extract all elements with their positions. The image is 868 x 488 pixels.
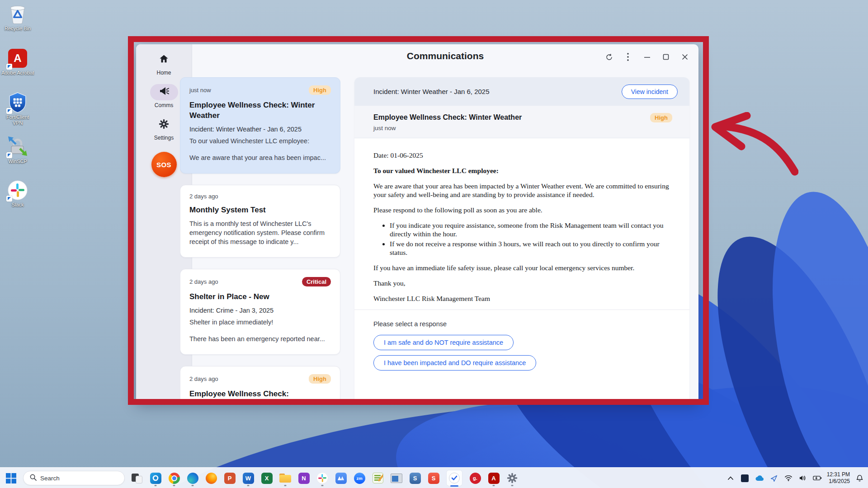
- sidebar-item-home[interactable]: Home: [150, 52, 178, 76]
- battery-icon[interactable]: [812, 469, 822, 487]
- body-date: Date: 01-06-2025: [373, 151, 670, 160]
- view-incident-button[interactable]: View incident: [622, 84, 678, 99]
- body-paragraph: If you have an immediate life safety iss…: [373, 263, 670, 272]
- edge-icon[interactable]: [186, 469, 199, 487]
- priority-badge: Critical: [302, 277, 331, 286]
- notification-card-winter-weather[interactable]: just now High Employee Wellness Check: W…: [180, 77, 340, 174]
- refresh-icon[interactable]: [603, 51, 615, 63]
- desktop-icon-label: WinSCP: [8, 159, 27, 164]
- snagit-icon[interactable]: S: [409, 469, 421, 487]
- body-salutation: To our valued Winchester LLC employee:: [373, 166, 670, 175]
- forticlient-shield-icon: [7, 92, 28, 113]
- comms-app-active-icon[interactable]: [446, 469, 463, 487]
- tray-clock[interactable]: 12:31 PM 1/6/2025: [827, 471, 850, 485]
- card-title: Employee Wellness Check: Earthquake: [189, 389, 331, 402]
- notification-card-monthly-test[interactable]: 2 days ago Monthly System Test This is a…: [180, 185, 340, 258]
- body-paragraph: Thank you,: [373, 279, 670, 287]
- desktop: Recycle Bin A Adobe Acrobat FortiClient …: [0, 0, 868, 488]
- message-header: Employee Wellness Check: Winter Weather …: [354, 106, 689, 138]
- excel-icon[interactable]: X: [260, 469, 273, 487]
- card-timestamp: 2 days ago: [189, 193, 218, 200]
- notification-card-shelter-in-place[interactable]: 2 days ago Critical Shelter in Place - N…: [180, 269, 340, 355]
- slack-icon: [7, 180, 28, 201]
- desktop-icon-winscp[interactable]: WinSCP: [1, 136, 34, 164]
- minimize-button[interactable]: [641, 51, 653, 63]
- powerpoint-icon[interactable]: P: [223, 469, 236, 487]
- close-button[interactable]: [679, 51, 691, 63]
- body-paragraph: We are aware that your area has been imp…: [373, 182, 670, 199]
- desktop-icon-label: Adobe Acrobat: [1, 70, 34, 76]
- sidebar-item-label: Home: [156, 70, 171, 76]
- taskbar: Search P W X N: [0, 467, 868, 488]
- search-icon: [30, 474, 37, 482]
- tray-chevron-up-icon[interactable]: [726, 469, 736, 487]
- location-arrow-icon[interactable]: [769, 469, 779, 487]
- priority-badge: High: [309, 374, 331, 384]
- wifi-icon[interactable]: [783, 469, 793, 487]
- taskbar-search[interactable]: Search: [23, 471, 125, 485]
- outlook-icon[interactable]: [149, 469, 162, 487]
- card-timestamp: 2 days ago: [189, 278, 218, 285]
- notepad-plus-icon[interactable]: [372, 469, 384, 487]
- desktop-icon-slack[interactable]: Slack: [1, 180, 34, 208]
- notification-card-earthquake[interactable]: 2 days ago High Employee Wellness Check:…: [180, 366, 340, 402]
- firefox-icon[interactable]: [205, 469, 217, 487]
- clock-date: 1/6/2025: [827, 478, 850, 485]
- settings-gear-icon[interactable]: [506, 469, 519, 487]
- card-timestamp: just now: [189, 87, 211, 94]
- clock-time: 12:31 PM: [827, 471, 850, 478]
- notification-bell-icon[interactable]: [854, 469, 864, 487]
- zoom-icon[interactable]: zm: [353, 469, 366, 487]
- desktop-icon-recycle-bin[interactable]: Recycle Bin: [1, 4, 34, 32]
- card-line: To our valued Winchester LLC employee:: [189, 136, 331, 145]
- card-line: We are aware that your area has been imp…: [189, 153, 331, 162]
- response-safe-button[interactable]: I am safe and do NOT require assistance: [373, 335, 514, 350]
- blue-peaks-app-icon[interactable]: [335, 469, 347, 487]
- communications-window: Home Comms: [136, 44, 698, 402]
- home-icon: [159, 54, 169, 66]
- chrome-icon[interactable]: [168, 469, 180, 487]
- remote-viewer-icon[interactable]: [390, 469, 403, 487]
- search-label: Search: [40, 475, 60, 482]
- desktop-icon-adobe-acrobat[interactable]: A Adobe Acrobat: [1, 48, 34, 76]
- red-s-app-icon[interactable]: S: [427, 469, 440, 487]
- kebab-menu-icon[interactable]: [622, 51, 634, 63]
- tray-app-icon[interactable]: [740, 469, 750, 487]
- acrobat-icon[interactable]: A: [487, 469, 500, 487]
- slack-icon[interactable]: [316, 469, 329, 487]
- desktop-icon-label: Recycle Bin: [5, 26, 31, 32]
- sidebar-item-comms[interactable]: Comms: [150, 84, 178, 108]
- maximize-button[interactable]: [660, 51, 672, 63]
- body-bullet: If we do not receive a response within 3…: [390, 239, 670, 257]
- megaphone-icon: [159, 86, 170, 98]
- card-line: This is a monthly test of Winchester LLC…: [189, 219, 331, 246]
- card-title: Shelter in Place - New: [189, 291, 331, 302]
- task-view-icon[interactable]: [131, 469, 143, 487]
- shortcut-arrow-icon: [6, 196, 12, 202]
- notification-list: just now High Employee Wellness Check: W…: [180, 77, 340, 402]
- incident-header: Incident: Winter Weather - Jan 6, 2025 V…: [354, 77, 689, 106]
- desktop-icon-forticlient-vpn[interactable]: FortiClient VPN: [1, 92, 34, 126]
- sos-button[interactable]: SOS: [151, 152, 177, 177]
- response-impacted-button[interactable]: I have been impacted and DO require assi…: [373, 355, 536, 371]
- recycle-bin-icon: [7, 4, 28, 24]
- word-icon[interactable]: W: [242, 469, 255, 487]
- start-button[interactable]: [5, 469, 17, 487]
- winscp-lock-icon: [7, 136, 28, 157]
- file-explorer-icon[interactable]: [279, 469, 292, 487]
- response-prompt: Please select a response: [373, 320, 670, 328]
- onedrive-icon[interactable]: [755, 469, 764, 487]
- message-body: Date: 01-06-2025 To our valued Wincheste…: [354, 138, 689, 303]
- card-line: There has been an emergency reported nea…: [189, 334, 331, 343]
- onenote-icon[interactable]: N: [297, 469, 310, 487]
- volume-icon[interactable]: [798, 469, 808, 487]
- sidebar-item-settings[interactable]: Settings: [150, 117, 178, 141]
- shortcut-arrow-icon: [6, 64, 12, 70]
- message-detail-panel: Incident: Winter Weather - Jan 6, 2025 V…: [354, 77, 689, 402]
- body-paragraph: Winchester LLC Risk Management Team: [373, 294, 670, 303]
- grammarly-icon[interactable]: g.: [469, 469, 481, 487]
- card-line: Shelter in place immediately!: [189, 318, 331, 327]
- sidebar-item-label: Settings: [154, 135, 174, 141]
- window-controls: [603, 51, 691, 63]
- shortcut-arrow-icon: [6, 108, 12, 114]
